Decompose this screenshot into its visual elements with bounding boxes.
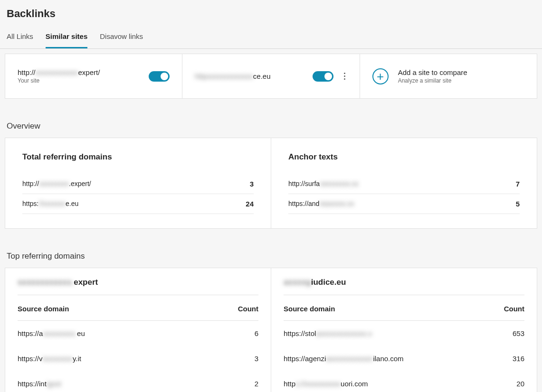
table-row: https://agenziaxxxxxxxxxxxnilano.com 316 [284,346,524,371]
compare-card-your-site: http://xxxxxxxxxxxxexpert/ Your site [5,54,182,99]
ov-row: https://xxxxxxxe.eu 24 [22,194,254,214]
overview-section: Total referring domains http://sxxxxxxxx… [5,138,537,229]
page-title: Backlinks [0,0,542,24]
table-row: https://intigxxt 2 [18,371,258,392]
tab-disavow-links[interactable]: Disavow links [100,32,143,48]
your-site-url: http://xxxxxxxxxxxxexpert/ [18,68,100,76]
compare-row: http://xxxxxxxxxxxxexpert/ Your site htt… [5,54,537,99]
tab-all-links[interactable]: All Links [7,32,33,48]
toggle-site-2[interactable] [313,71,333,82]
site-2-url: httpsxxxxxxxxxxxxce.eu [195,72,270,80]
ov-row: http://sxxxxxxxx.expert/ 3 [22,174,254,194]
add-site-title: Add a site to compare [398,68,467,76]
tabs: All Links Similar sites Disavow links [0,24,542,49]
top-referring-section: sxxxxxxxxxxx.expert Source domain Count … [5,268,537,392]
table-row: https://stolaxxxxxxxxxxxxx.x 653 [284,321,524,346]
top-ref-left: sxxxxxxxxxxx.expert Source domain Count … [5,268,271,392]
add-site-sub: Analyze a similar site [398,77,467,84]
table-row: https://xxxxxxxxxxuori.com 20 [284,371,524,392]
ov-row: https://andreaxxxxx.xx 5 [288,194,520,214]
table-row: https://vixxxxxxxxy.it 3 [18,346,258,371]
toggle-your-site[interactable] [149,71,170,82]
anchor-texts-card: Anchor texts http://surfacexxxxxxx.xx 7 … [271,138,537,229]
ov-row: http://surfacexxxxxxx.xx 7 [288,174,520,194]
compare-card-site-2: httpsxxxxxxxxxxxxce.eu [182,54,359,99]
ref-head-right: axxxxgiudice.eu [284,278,524,295]
anchor-texts-title: Anchor texts [288,152,520,162]
more-icon[interactable] [342,71,347,82]
tab-similar-sites[interactable]: Similar sites [46,32,87,48]
referring-domains-card: Total referring domains http://sxxxxxxxx… [5,138,271,229]
your-site-label: Your site [18,77,100,84]
table-head: Source domain Count [18,295,258,321]
overview-label: Overview [0,99,542,138]
plus-icon[interactable]: + [372,68,389,84]
top-referring-label: Top referring domains [0,229,542,268]
referring-domains-title: Total referring domains [22,152,254,162]
table-head: Source domain Count [284,295,524,321]
top-ref-right: axxxxgiudice.eu Source domain Count http… [271,268,537,392]
ref-head-left: sxxxxxxxxxxx.expert [18,278,258,295]
table-row: https://axxxxxxxxx.eu 6 [18,321,258,346]
compare-card-add[interactable]: + Add a site to compare Analyze a simila… [360,54,537,99]
